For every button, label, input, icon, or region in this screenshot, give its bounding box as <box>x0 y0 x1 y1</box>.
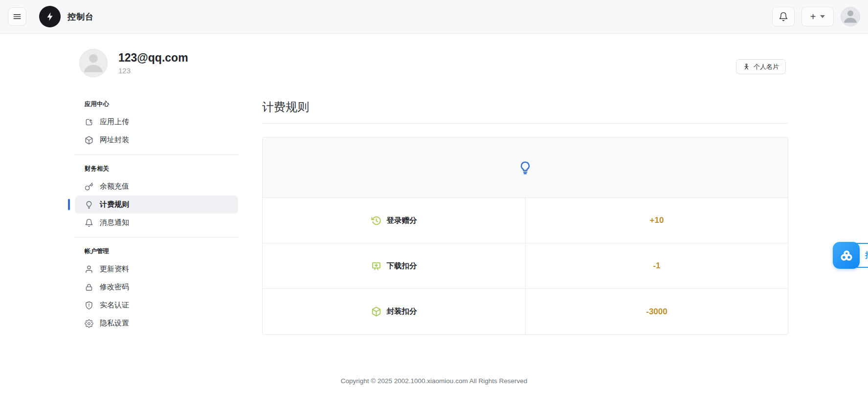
table-row: 登录赠分 +10 <box>263 198 788 243</box>
person-card-icon <box>743 63 750 70</box>
download-monitor-icon <box>371 261 381 271</box>
sidebar-section-account: 帐户管理 <box>75 243 238 260</box>
title-divider <box>262 123 788 124</box>
table-row: 封装扣分 -3000 <box>263 289 788 334</box>
profile-email: 123@qq.com <box>118 51 188 65</box>
bulb-icon <box>518 160 533 175</box>
key-icon <box>85 182 93 191</box>
personal-card-label: 个人名片 <box>754 63 779 71</box>
upload-icon <box>85 118 93 127</box>
sidebar-item-app-upload[interactable]: 应用上传 <box>75 113 238 131</box>
rule-value: +10 <box>525 198 788 243</box>
rule-label-cell: 下载扣分 <box>263 243 525 288</box>
sidebar: 应用中心 应用上传 网址封装 财务相关 余额充值 计费规则 消息通知 帐户管理 <box>75 96 238 332</box>
sidebar-item-change-password[interactable]: 修改密码 <box>75 278 238 296</box>
table-row: 下载扣分 -1 <box>263 243 788 289</box>
sidebar-section-app-center: 应用中心 <box>75 96 238 113</box>
netdisk-panel-text: 把 <box>865 250 868 260</box>
sidebar-item-label: 隐私设置 <box>100 319 129 328</box>
sidebar-item-label: 余额充值 <box>100 182 129 191</box>
add-button[interactable]: + <box>801 7 834 26</box>
active-indicator <box>68 199 70 210</box>
page-title: 控制台 <box>67 11 94 22</box>
main-content: 计费规则 登录赠分 +10 下载扣分 -1 <box>262 99 788 335</box>
netdisk-cloud-icon[interactable] <box>833 242 860 269</box>
lock-icon <box>85 283 93 292</box>
footer: Copyright © 2025 2002.1000.xiaomiou.com … <box>0 377 868 385</box>
bell-icon <box>779 12 788 22</box>
user-avatar[interactable] <box>841 7 860 26</box>
user-icon <box>85 265 93 274</box>
plus-icon: + <box>810 12 816 22</box>
sidebar-item-url-package[interactable]: 网址封装 <box>75 131 238 149</box>
netdisk-floating-widget[interactable]: 把 <box>833 242 860 269</box>
sidebar-item-real-name-verify[interactable]: 实名认证 <box>75 296 238 314</box>
personal-card-button[interactable]: 个人名片 <box>736 59 786 74</box>
sidebar-item-label: 消息通知 <box>100 218 129 227</box>
cube-icon <box>85 136 93 145</box>
topbar: 控制台 + <box>0 0 868 34</box>
rule-label-cell: 封装扣分 <box>263 289 525 334</box>
content-title: 计费规则 <box>262 99 788 115</box>
bulb-icon <box>85 200 93 209</box>
rule-label: 登录赠分 <box>387 216 417 226</box>
profile-header: 123@qq.com 123 <box>79 49 188 77</box>
bell-icon <box>85 218 93 227</box>
sidebar-divider <box>75 237 238 238</box>
profile-avatar <box>79 49 108 77</box>
copyright-text: Copyright © 2025 2002.1000.xiaomiou.com … <box>341 377 527 385</box>
chevron-down-icon <box>820 15 825 18</box>
sidebar-divider <box>75 154 238 155</box>
sidebar-item-notifications[interactable]: 消息通知 <box>75 214 238 232</box>
rule-value: -1 <box>525 243 788 288</box>
sidebar-item-billing-rules[interactable]: 计费规则 <box>75 195 238 214</box>
app-logo <box>39 6 61 27</box>
table-header <box>263 137 788 198</box>
notifications-button[interactable] <box>772 7 795 26</box>
topbar-actions: + <box>772 7 860 26</box>
rule-label: 下载扣分 <box>387 261 417 271</box>
sidebar-item-label: 更新资料 <box>100 264 129 274</box>
gear-icon <box>85 319 93 328</box>
history-clock-icon <box>371 216 381 226</box>
profile-info: 123@qq.com 123 <box>118 51 188 75</box>
sidebar-item-update-profile[interactable]: 更新资料 <box>75 260 238 278</box>
sidebar-item-label: 实名认证 <box>100 301 129 310</box>
shield-icon <box>85 301 93 310</box>
rule-value: -3000 <box>525 289 788 334</box>
rule-label: 封装扣分 <box>387 306 417 317</box>
hamburger-icon <box>12 12 22 22</box>
sidebar-section-finance: 财务相关 <box>75 161 238 177</box>
billing-rules-table: 登录赠分 +10 下载扣分 -1 封装扣分 -3000 <box>262 137 788 335</box>
lightning-icon <box>44 11 56 22</box>
sidebar-item-label: 应用上传 <box>100 117 129 127</box>
rule-label-cell: 登录赠分 <box>263 198 525 243</box>
sidebar-item-label: 修改密码 <box>100 282 129 292</box>
sidebar-item-balance-recharge[interactable]: 余额充值 <box>75 177 238 195</box>
sidebar-item-label: 计费规则 <box>100 200 129 209</box>
package-cube-icon <box>371 306 381 317</box>
sidebar-item-privacy-settings[interactable]: 隐私设置 <box>75 314 238 332</box>
profile-name: 123 <box>118 66 188 75</box>
sidebar-item-label: 网址封装 <box>100 135 129 145</box>
hamburger-menu-button[interactable] <box>8 7 26 26</box>
